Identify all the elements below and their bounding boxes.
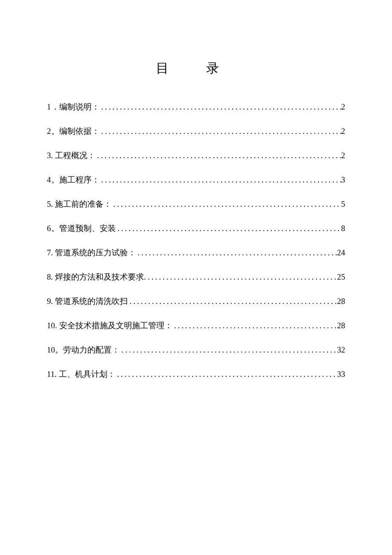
- toc-page: 25: [337, 273, 345, 281]
- toc-entry: 5. 施工前的准备： 5: [47, 200, 345, 208]
- toc-entry: 4。施工程序： 3: [47, 176, 345, 184]
- toc-label: 8. 焊接的方法和及技术要求.: [47, 273, 146, 281]
- toc-list: 1．编制说明： 2 2。编制依据： 2 3. 工程概况： 2 4。施工程序： 3…: [47, 103, 345, 378]
- toc-page: 8: [341, 224, 346, 232]
- toc-label: 7. 管道系统的压力试验：: [47, 249, 136, 257]
- toc-leader-dots: [146, 273, 337, 281]
- toc-leader-dots: [173, 321, 337, 330]
- toc-leader-dots: [116, 224, 341, 232]
- toc-page: 2: [341, 127, 346, 135]
- toc-page: 32: [337, 346, 345, 354]
- toc-leader-dots: [115, 370, 337, 378]
- document-page: 目 录 1．编制说明： 2 2。编制依据： 2 3. 工程概况： 2 4。施工程…: [0, 0, 392, 378]
- toc-label: 1．编制说明：: [47, 103, 100, 111]
- toc-label: 5. 施工前的准备：: [47, 200, 112, 208]
- toc-leader-dots: [136, 249, 337, 257]
- toc-leader-dots: [100, 176, 341, 184]
- toc-entry: 2。编制依据： 2: [47, 127, 345, 135]
- toc-entry: 7. 管道系统的压力试验： 24: [47, 249, 345, 257]
- toc-leader-dots: [100, 127, 341, 135]
- toc-leader-dots: [112, 200, 341, 208]
- toc-leader-dots: [128, 297, 337, 305]
- toc-entry: 8. 焊接的方法和及技术要求. 25: [47, 273, 345, 281]
- toc-label: 4。施工程序：: [47, 176, 100, 184]
- toc-entry: 9. 管道系统的清洗吹扫 28: [47, 297, 345, 305]
- toc-page: 28: [337, 321, 345, 330]
- toc-entry: 10。劳动力的配置： 32: [47, 346, 345, 354]
- toc-label: 6。管道预制、安装: [47, 224, 116, 232]
- toc-label: 2。编制依据：: [47, 127, 100, 135]
- toc-entry: 6。管道预制、安装 8: [47, 224, 345, 232]
- toc-page: 3: [341, 176, 346, 184]
- toc-label: 10。劳动力的配置：: [47, 346, 120, 354]
- toc-leader-dots: [95, 151, 341, 159]
- toc-entry: 11. 工、机具计划： 33: [47, 370, 345, 378]
- toc-page: 33: [337, 370, 345, 378]
- toc-page: 2: [341, 151, 346, 159]
- toc-leader-dots: [120, 346, 337, 354]
- toc-entry: 1．编制说明： 2: [47, 103, 345, 111]
- toc-leader-dots: [100, 103, 341, 111]
- toc-label: 10. 安全技术措施及文明施工管理：: [47, 321, 173, 330]
- toc-page: 24: [337, 249, 345, 257]
- toc-page: 28: [337, 297, 345, 305]
- toc-title: 目 录: [47, 60, 345, 77]
- toc-page: 2: [341, 103, 346, 111]
- toc-label: 3. 工程概况：: [47, 151, 95, 159]
- toc-entry: 3. 工程概况： 2: [47, 151, 345, 159]
- toc-label: 9. 管道系统的清洗吹扫: [47, 297, 128, 305]
- toc-label: 11. 工、机具计划：: [47, 370, 115, 378]
- toc-page: 5: [341, 200, 346, 208]
- toc-entry: 10. 安全技术措施及文明施工管理： 28: [47, 321, 345, 330]
